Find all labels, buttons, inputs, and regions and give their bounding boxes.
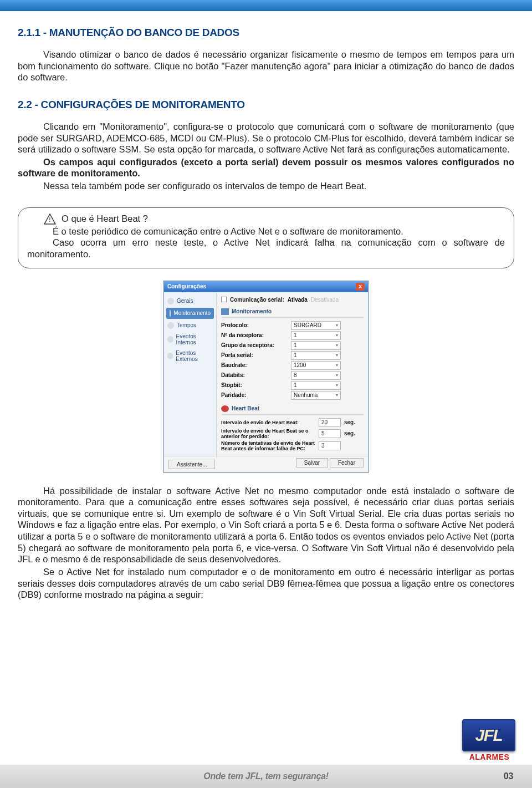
- config-value: 1▾: [291, 381, 341, 390]
- config-value: SURGARD▾: [291, 321, 341, 330]
- sidebar-item-label: Eventos Internos: [176, 333, 213, 345]
- config-row: Stopbit:1▾: [221, 381, 364, 390]
- page-top-bar: [0, 0, 532, 11]
- hb-value: 20: [319, 418, 341, 427]
- config-value: Nenhuma▾: [291, 391, 341, 400]
- dialog-titlebar: Configurações X: [164, 281, 368, 292]
- hb-label: Intervalo de envio de Heart Beat se o an…: [221, 428, 315, 439]
- close-icon: X: [356, 283, 365, 291]
- hb-label: Intervalo de envio de Heart Beat:: [221, 420, 315, 425]
- config-label: Stopbit:: [221, 382, 288, 388]
- config-label: Baudrate:: [221, 362, 288, 368]
- logo-subtext: ALARMES: [462, 753, 516, 761]
- dialog-title: Configurações: [167, 283, 206, 289]
- sidebar-item: Eventos Internos: [164, 331, 216, 348]
- config-row: Nº da receptora:1▾: [221, 331, 364, 340]
- config-row: Porta serial:1▾: [221, 351, 364, 360]
- sidebar-item-label: Gerais: [177, 298, 193, 304]
- config-row: Paridade:Nenhuma▾: [221, 391, 364, 400]
- monitor-icon: [221, 308, 229, 315]
- dialog-footer: Assistente... Salvar Fechar: [164, 456, 368, 472]
- assistant-button: Assistente...: [168, 460, 215, 469]
- close-button: Fechar: [330, 458, 364, 467]
- hb-unit: seg.: [344, 430, 355, 436]
- section3-p1: Há possibilidade de instalar o software …: [18, 485, 514, 565]
- logo-badge: JFL: [462, 719, 515, 751]
- callout-answer-1: É o teste periódico de comunicação entre…: [27, 226, 505, 237]
- hb-label: Número de tentativas de envio de Heart B…: [221, 440, 315, 451]
- section1-paragraph: Visando otimizar o banco de dados é nece…: [18, 49, 514, 83]
- config-label: Grupo da receptora:: [221, 342, 288, 348]
- sidebar-item-selected: Monitoramento: [166, 308, 214, 319]
- config-label: Protocolo:: [221, 322, 288, 328]
- config-row: Grupo da receptora:1▾: [221, 341, 364, 350]
- event-icon: [167, 353, 173, 359]
- page-number: 03: [504, 771, 513, 781]
- section3-p2: Se o Active Net for instalado num comput…: [18, 566, 514, 601]
- section2-p3: Nessa tela também pode ser configurado o…: [18, 180, 514, 192]
- chevron-down-icon: ▾: [336, 361, 338, 370]
- section-monitoramento: Monitoramento: [221, 306, 364, 318]
- chevron-down-icon: ▾: [336, 381, 338, 390]
- chevron-down-icon: ▾: [336, 371, 338, 380]
- config-label: Porta serial:: [221, 352, 288, 358]
- save-button: Salvar: [296, 458, 328, 467]
- section2-p1: Clicando em "Monitoramento", configura-s…: [18, 121, 514, 155]
- heartbeat-row: Número de tentativas de envio de Heart B…: [221, 440, 364, 451]
- config-dialog-screenshot: Configurações X Gerais Monitoramento Tem…: [163, 281, 369, 473]
- config-row: Databits:8▾: [221, 371, 364, 380]
- monitor-icon: [170, 310, 171, 317]
- config-label: Databits:: [221, 372, 288, 378]
- heartbeat-row: Intervalo de envio de Heart Beat se o an…: [221, 428, 364, 439]
- section-heartbeat: Heart Beat: [221, 403, 364, 415]
- config-label: Paridade:: [221, 392, 288, 398]
- serial-comm-on: Ativada: [288, 297, 308, 303]
- config-label: Nº da receptora:: [221, 332, 288, 338]
- hb-value: 5: [319, 429, 341, 438]
- heartbeat-row: Intervalo de envio de Heart Beat:20seg.: [221, 418, 364, 427]
- heartbeat-callout: ! O que é Heart Beat ? É o teste periódi…: [18, 207, 514, 268]
- sidebar-item: Gerais: [164, 296, 216, 307]
- config-value: 1▾: [291, 341, 341, 350]
- brand-logo: JFL ALARMES: [462, 719, 516, 761]
- heading-2-2: 2.2 - CONFIGURAÇÕES DE MONITORAMENTO: [18, 99, 514, 111]
- section2-p2-bold: Os campos aqui configurados (exceto a po…: [18, 156, 514, 179]
- event-icon: [167, 336, 173, 343]
- config-value: 1▾: [291, 351, 341, 360]
- serial-comm-label: Comunicação serial:: [230, 297, 284, 303]
- chevron-down-icon: ▾: [336, 321, 338, 330]
- warning-icon: !: [44, 213, 56, 225]
- sidebar-item: Eventos Externos: [164, 348, 216, 364]
- sidebar-item-label: Eventos Externos: [176, 350, 213, 362]
- hb-unit: seg.: [344, 419, 355, 425]
- section-label: Monitoramento: [232, 308, 272, 314]
- config-value: 1200▾: [291, 361, 341, 370]
- config-row: Baudrate:1200▾: [221, 361, 364, 370]
- chevron-down-icon: ▾: [336, 331, 338, 340]
- checkbox-icon: [221, 297, 227, 302]
- sidebar-item: Tempos: [164, 320, 216, 331]
- config-value: 1▾: [291, 331, 341, 340]
- heading-2-1-1: 2.1.1 - MANUTENÇÃO DO BANCO DE DADOS: [18, 27, 514, 39]
- serial-comm-off: Desativada: [311, 297, 339, 303]
- section-label: Heart Beat: [232, 405, 259, 411]
- chevron-down-icon: ▾: [336, 351, 338, 360]
- chevron-down-icon: ▾: [336, 391, 338, 400]
- config-row: Protocolo:SURGARD▾: [221, 321, 364, 330]
- svg-text:!: !: [49, 216, 50, 223]
- serial-comm-row: Comunicação serial: Ativada Desativada: [221, 297, 364, 303]
- footer-slogan: Onde tem JFL, tem segurança!: [203, 771, 328, 781]
- callout-answer-2: Caso ocorra um erro neste teste, o Activ…: [27, 237, 505, 260]
- gear-icon: [167, 298, 174, 304]
- page-footer: Onde tem JFL, tem segurança! 03: [0, 765, 532, 788]
- sidebar-item-label: Tempos: [177, 322, 196, 328]
- heart-icon: [221, 405, 229, 412]
- hb-value: 3: [319, 441, 341, 450]
- sidebar-item-label: Monitoramento: [173, 310, 211, 316]
- dialog-sidebar: Gerais Monitoramento Tempos Eventos Inte…: [164, 292, 217, 456]
- chevron-down-icon: ▾: [336, 341, 338, 350]
- clock-icon: [167, 322, 174, 329]
- config-value: 8▾: [291, 371, 341, 380]
- callout-question: O que é Heart Beat ?: [62, 213, 148, 224]
